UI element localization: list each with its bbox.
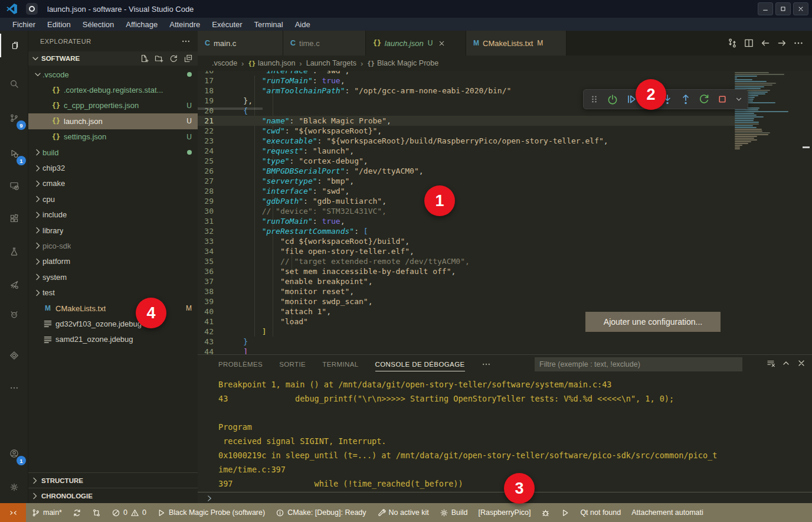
maximize-button[interactable] <box>775 2 791 15</box>
status-git-compare[interactable] <box>87 503 106 522</box>
tab-cmakelists-txt[interactable]: MCMakeLists.txtM <box>466 31 567 56</box>
status-remote-indicator[interactable] <box>0 503 26 522</box>
sidebar-more-icon[interactable] <box>181 37 191 46</box>
code-text: "runToMain": true, <box>225 76 345 86</box>
power-icon[interactable] <box>607 93 618 105</box>
tab-main-c[interactable]: Cmain.c <box>198 31 283 56</box>
close-panel-icon[interactable] <box>797 358 806 368</box>
breadcrumb-item-launch-targets[interactable]: Launch Targets <box>306 59 356 67</box>
step-out-icon[interactable] <box>680 93 692 105</box>
panel-tab-probl-mes[interactable]: PROBLÈMES <box>218 357 263 371</box>
tree-item-build[interactable]: build <box>28 145 198 160</box>
menu-edition[interactable]: Edition <box>42 19 76 30</box>
refresh-explorer-icon[interactable] <box>169 54 178 63</box>
minimize-button[interactable] <box>758 2 773 15</box>
tree-item-system[interactable]: system <box>28 269 198 285</box>
activity-more-views[interactable] <box>0 375 28 401</box>
collapse-panel-icon[interactable] <box>781 358 791 368</box>
menu-exécuter[interactable]: Exécuter <box>207 19 247 30</box>
tree-item--vscode[interactable]: .vscode <box>28 67 198 82</box>
debug-console-output[interactable]: Breakpoint 1, main () at /mnt/data/git/o… <box>198 377 812 491</box>
status-cmake-status[interactable]: CMake: [Debug]: Ready <box>270 503 371 522</box>
stop-icon[interactable] <box>716 93 728 105</box>
tree-item-cpu[interactable]: cpu <box>28 191 198 207</box>
debug-console-filter-input[interactable] <box>535 357 742 371</box>
collapse-folders-icon[interactable] <box>184 54 193 63</box>
status-debug-configuration[interactable]: Black Magic Probe (software) <box>152 503 270 522</box>
breadcrumb-item--vscode[interactable]: .vscode <box>212 59 237 67</box>
clear-console-icon[interactable] <box>766 358 775 368</box>
status-sync-changes[interactable] <box>67 503 87 522</box>
menu-fichier[interactable]: Fichier <box>7 19 41 30</box>
status-debug-target[interactable] <box>536 503 555 522</box>
tree-item--cortex-debug-registers-stat-[interactable]: {}.cortex-debug.registers.stat... <box>28 82 198 97</box>
activity-source-control[interactable]: 9 <box>0 105 28 131</box>
breadcrumb[interactable]: .vscode›{}launch.json›Launch Targets›{}B… <box>198 56 812 71</box>
status-qt-status[interactable]: Qt not found <box>575 503 626 522</box>
tree-item-samd21-ozone-jdebug[interactable]: samd21_ozone.jdebug <box>28 332 198 347</box>
tree-item-cmakelists-txt[interactable]: MCMakeLists.txtM <box>28 301 198 316</box>
add-configuration-button[interactable]: Ajouter une configuration... <box>585 312 721 332</box>
breadcrumb-item-launch-json[interactable]: {}launch.json <box>248 59 295 67</box>
close-window-button[interactable] <box>793 2 808 15</box>
tree-item-pico-sdk[interactable]: pico-sdk <box>28 238 198 253</box>
status-cmake-build[interactable]: Build <box>434 503 473 522</box>
breadcrumb-item-black-magic-probe[interactable]: {}Black Magic Probe <box>367 59 438 67</box>
tree-item-label: CMakeLists.txt <box>55 304 106 313</box>
section-structure[interactable]: STRUCTURE <box>28 472 198 488</box>
panel-tab-console-de-d-bogage[interactable]: CONSOLE DE DÉBOGAGE <box>375 357 465 371</box>
navigate-back-icon[interactable] <box>760 38 771 48</box>
activity-search[interactable] <box>0 71 28 97</box>
status-problems[interactable]: 00 <box>106 503 152 522</box>
status-cmake-kit[interactable]: No active kit <box>372 503 434 522</box>
status-launch-target[interactable] <box>555 503 575 522</box>
tree-item-launch-json[interactable]: {}launch.jsonU <box>28 113 198 129</box>
status-git-branch[interactable]: main* <box>26 503 67 522</box>
menu-terminal[interactable]: Terminal <box>249 19 289 30</box>
menu-affichage[interactable]: Affichage <box>120 19 163 30</box>
menu-atteindre[interactable]: Atteindre <box>164 19 205 30</box>
section-chronologie[interactable]: CHRONOLOGIE <box>28 488 198 503</box>
status-auto-attach[interactable]: Attachement automati <box>626 503 709 522</box>
menu-aide[interactable]: Aide <box>290 19 316 30</box>
tree-item-test[interactable]: test <box>28 285 198 300</box>
tree-item-platform[interactable]: platform <box>28 254 198 269</box>
tree-item-chip32[interactable]: chip32 <box>28 160 198 175</box>
open-changes-icon[interactable] <box>727 38 738 48</box>
chevron-down-icon[interactable] <box>735 95 743 103</box>
split-editor-icon[interactable] <box>744 38 754 48</box>
navigate-forward-icon[interactable] <box>777 38 787 48</box>
tab-launch-json[interactable]: {}launch.jsonU <box>366 31 466 56</box>
explorer-section-header[interactable]: SOFTWARE <box>28 51 198 66</box>
activity-accounts[interactable]: 1 <box>0 441 28 466</box>
restart-icon[interactable] <box>698 93 710 105</box>
tab-time-c[interactable]: Ctime.c <box>283 31 366 56</box>
activity-remote-explorer[interactable] <box>0 172 28 198</box>
continue-icon[interactable] <box>625 93 637 105</box>
code-editor[interactable]: 16 "interface": "swd",17 "runToMain": tr… <box>198 71 812 354</box>
activity-robot-extension[interactable] <box>0 301 28 327</box>
panel-tab-terminal[interactable]: TERMINAL <box>322 357 358 371</box>
activity-explorer[interactable] <box>0 32 28 58</box>
new-folder-icon[interactable] <box>154 54 163 63</box>
tree-item-include[interactable]: include <box>28 207 198 223</box>
panel-tab-sortie[interactable]: SORTIE <box>279 357 306 371</box>
tree-item-settings-json[interactable]: {}settings.jsonU <box>28 129 198 145</box>
close-tab-icon[interactable] <box>438 40 446 47</box>
tree-item-gd32vf103-ozone-jdebug[interactable]: gd32vf103_ozone.jdebug <box>28 316 198 331</box>
activity-testing[interactable] <box>0 239 28 265</box>
more-actions-icon[interactable] <box>793 38 804 48</box>
status-cmake-variant[interactable]: [RaspberryPico] <box>473 503 536 522</box>
panel-more-icon[interactable] <box>482 360 491 369</box>
activity-prism-extension[interactable] <box>0 342 28 368</box>
activity-run-and-debug[interactable]: 1 <box>0 141 28 167</box>
menu-sélection[interactable]: Sélection <box>77 19 119 30</box>
minimap[interactable] <box>735 72 800 150</box>
new-file-icon[interactable] <box>139 54 149 63</box>
activity-settings[interactable] <box>0 474 28 500</box>
activity-extensions[interactable] <box>0 205 28 231</box>
tree-item-c-cpp-properties-json[interactable]: {}c_cpp_properties.jsonU <box>28 98 198 113</box>
activity-tools-extension[interactable] <box>0 272 28 298</box>
tree-item-library[interactable]: library <box>28 223 198 238</box>
tree-item-cmake[interactable]: cmake <box>28 176 198 191</box>
